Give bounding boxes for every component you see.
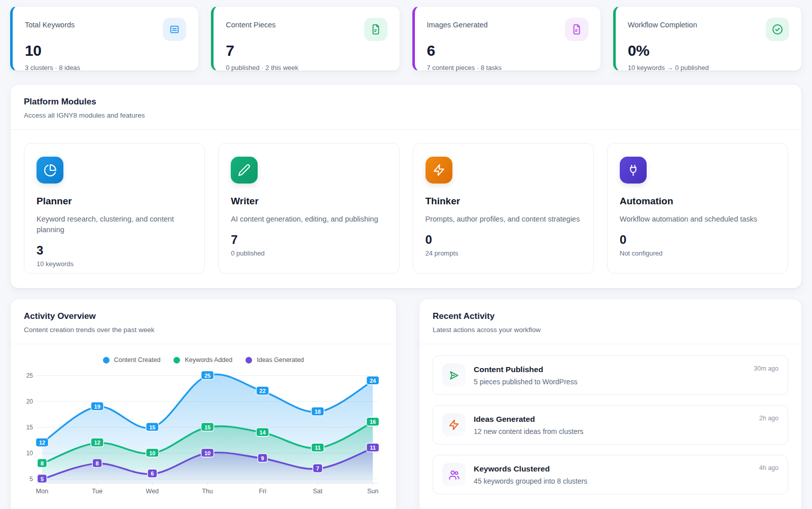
activity-timestamp: 4h ago	[759, 463, 779, 471]
section-subtitle: Content creation trends over the past we…	[24, 326, 383, 334]
recent-activity-header: Recent Activity Latest actions across yo…	[419, 299, 801, 344]
svg-text:5: 5	[29, 476, 33, 483]
svg-text:8: 8	[41, 460, 44, 466]
activity-title: Keywords Clustered	[474, 464, 751, 474]
svg-text:12: 12	[39, 440, 45, 446]
svg-text:10: 10	[26, 450, 33, 457]
svg-text:11: 11	[315, 445, 321, 451]
legend-dot	[245, 357, 252, 363]
svg-text:8: 8	[96, 460, 99, 466]
module-stat-value: 7	[231, 233, 386, 247]
svg-text:Mon: Mon	[36, 488, 48, 495]
svg-text:7: 7	[316, 465, 319, 471]
stat-value: 0%	[628, 42, 789, 59]
section-title: Platform Modules	[24, 97, 788, 107]
svg-text:Sun: Sun	[367, 488, 378, 495]
section-subtitle: Latest actions across your workflow	[433, 326, 788, 334]
module-name: Planner	[37, 196, 192, 207]
module-card-automation[interactable]: Automation Workflow automation and sched…	[607, 143, 788, 274]
module-stat-label: 0 published	[231, 249, 386, 257]
legend-label: Ideas Generated	[257, 356, 304, 363]
section-title: Recent Activity	[433, 311, 788, 321]
svg-text:Thu: Thu	[202, 488, 213, 495]
activity-description: 5 pieces published to WordPress	[474, 378, 746, 386]
svg-text:15: 15	[149, 424, 155, 430]
svg-text:19: 19	[94, 404, 100, 410]
svg-text:5: 5	[41, 476, 44, 482]
stat-card-workflow-completion: Workflow Completion 0% 10 keywords → 0 p…	[613, 6, 802, 71]
module-description: Workflow automation and scheduled tasks	[620, 214, 775, 225]
activity-item-keywords-clustered: Keywords Clustered 45 keywords grouped i…	[433, 455, 788, 494]
legend-dot	[103, 357, 110, 363]
activity-title: Content Published	[474, 365, 746, 374]
svg-text:Fri: Fri	[259, 488, 266, 495]
users-icon	[442, 463, 466, 486]
stat-value: 6	[427, 42, 588, 59]
svg-text:22: 22	[260, 388, 266, 394]
svg-text:11: 11	[370, 445, 376, 451]
stat-label: Workflow Completion	[628, 19, 697, 29]
svg-text:24: 24	[370, 378, 376, 384]
svg-text:18: 18	[314, 409, 321, 415]
plug-icon	[620, 157, 647, 184]
legend-label: Keywords Added	[185, 356, 232, 363]
activity-description: 12 new content ideas from clusters	[474, 427, 751, 435]
stat-label: Total Keywords	[25, 19, 75, 29]
activity-title: Ideas Generated	[474, 415, 751, 424]
activity-overview-panel: Activity Overview Content creation trend…	[10, 299, 397, 509]
svg-text:14: 14	[260, 429, 266, 435]
stat-subtext: 10 keywords → 0 published	[628, 64, 789, 71]
stat-value: 10	[25, 42, 186, 59]
legend-dot	[173, 357, 180, 363]
zap-icon	[442, 413, 466, 437]
module-stat-value: 0	[620, 233, 775, 247]
module-card-planner[interactable]: Planner Keyword research, clustering, an…	[24, 143, 205, 274]
send-icon	[442, 363, 466, 387]
module-description: Keyword research, clustering, and conten…	[37, 214, 192, 235]
pencil-icon	[231, 157, 258, 184]
svg-text:10: 10	[149, 450, 155, 456]
module-card-thinker[interactable]: Thinker Prompts, author profiles, and co…	[413, 143, 594, 274]
svg-text:6: 6	[151, 470, 154, 477]
module-stat-label: 10 keywords	[37, 260, 192, 268]
svg-text:Sat: Sat	[313, 488, 323, 495]
svg-text:15: 15	[26, 424, 33, 431]
stat-subtext: 3 clusters · 8 ideas	[25, 64, 186, 71]
legend-item-keywords-added[interactable]: Keywords Added	[173, 356, 232, 363]
section-title: Activity Overview	[24, 311, 383, 321]
svg-text:10: 10	[204, 450, 210, 456]
svg-text:12: 12	[94, 440, 100, 446]
zap-icon	[426, 157, 452, 184]
file-text-icon	[364, 18, 387, 41]
stat-card-images-generated: Images Generated 6 7 content pieces · 8 …	[412, 6, 601, 71]
list-icon	[163, 18, 186, 41]
platform-modules-header: Platform Modules Access all IGNY8 module…	[11, 85, 801, 130]
module-name: Writer	[231, 196, 386, 207]
activity-item-content-published: Content Published 5 pieces published to …	[433, 355, 788, 395]
stat-subtext: 0 published · 2 this week	[226, 64, 387, 71]
stat-card-content-pieces: Content Pieces 7 0 published · 2 this we…	[211, 6, 400, 71]
recent-activity-panel: Recent Activity Latest actions across yo…	[419, 299, 802, 509]
module-name: Automation	[620, 196, 775, 207]
check-circle-icon	[766, 18, 789, 41]
chart-legend: Content CreatedKeywords AddedIdeas Gener…	[22, 356, 385, 363]
module-name: Thinker	[426, 196, 581, 207]
legend-item-content-created[interactable]: Content Created	[103, 356, 161, 363]
svg-text:Wed: Wed	[146, 488, 159, 495]
activity-description: 45 keywords grouped into 8 clusters	[474, 477, 751, 485]
module-stat-label: 24 prompts	[426, 249, 581, 257]
svg-text:25: 25	[204, 373, 210, 379]
stat-label: Images Generated	[427, 19, 488, 29]
activity-item-ideas-generated: Ideas Generated 12 new content ideas fro…	[433, 405, 788, 445]
module-stat-label: Not configured	[620, 249, 775, 257]
bottom-row: Activity Overview Content creation trend…	[10, 299, 802, 509]
activity-timestamp: 2h ago	[759, 413, 779, 422]
svg-text:20: 20	[26, 398, 33, 405]
activity-timestamp: 30m ago	[754, 363, 779, 372]
module-card-writer[interactable]: Writer AI content generation, editing, a…	[218, 143, 399, 274]
module-description: Prompts, author profiles, and content st…	[426, 214, 581, 225]
legend-item-ideas-generated[interactable]: Ideas Generated	[245, 356, 304, 363]
svg-text:15: 15	[204, 424, 210, 430]
file-image-icon	[565, 18, 588, 41]
module-stat-value: 0	[426, 233, 581, 247]
